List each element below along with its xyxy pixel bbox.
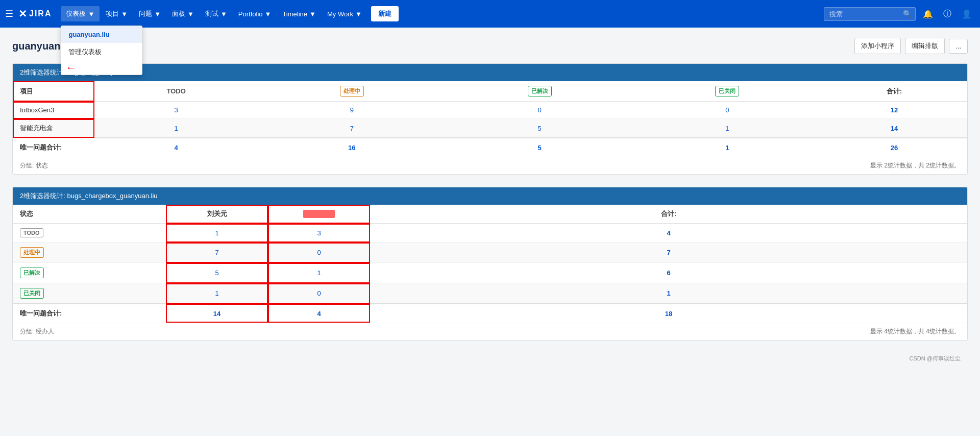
col-todo-header: TODO — [94, 81, 258, 102]
widget-1-header: 2维筛选器统计: bugs_all_guanyuan.liu — [13, 64, 967, 81]
chevron-down-icon: ▼ — [88, 10, 94, 18]
chevron-down-icon: ▼ — [121, 10, 128, 18]
processing-liuguanyuan: 7 — [166, 243, 268, 263]
more-options-button[interactable]: ... — [949, 39, 968, 54]
iotbox-total: 12 — [821, 102, 967, 119]
widget-2-header-row: 状态 刘关元 ██████ 合计: — [13, 205, 967, 224]
status-todo: TODO — [13, 224, 166, 243]
iotbox-closed: 0 — [633, 102, 821, 119]
widget-2-header: 2维筛选器统计: bugs_chargebox_guanyuan.liu — [13, 187, 967, 205]
table-row: 已关闭 1 0 1 — [13, 283, 967, 304]
navbar: ☰ ✕ JIRA 仪表板 ▼ guanyuan.liu 管理仪表板 ← 项目 ▼… — [0, 0, 980, 28]
navbar-item-timeline[interactable]: Timeline ▼ — [277, 7, 321, 21]
chargebox-resolved: 5 — [446, 119, 633, 138]
help-icon[interactable]: ⓘ — [940, 7, 954, 21]
dashboard-menu[interactable]: 仪表板 ▼ guanyuan.liu 管理仪表板 ← — [61, 6, 100, 21]
total-total: 26 — [821, 138, 967, 157]
red-arrow-indicator: ← — [65, 61, 77, 75]
chargebox-todo: 1 — [94, 119, 258, 138]
status-closed: 已关闭 — [13, 283, 166, 304]
resolved-redacted: 1 — [268, 263, 370, 283]
col-processing-header: 处理中 — [258, 81, 446, 102]
col-project-header: 项目 — [13, 81, 94, 102]
col-status-header: 状态 — [13, 205, 166, 224]
processing-redacted: 0 — [268, 243, 370, 263]
widget-1-total-row: 唯一问题合计: 4 16 5 1 26 — [13, 138, 967, 157]
resolved-liuguanyuan: 5 — [166, 263, 268, 283]
navbar-right: 🔍 🔔 ⓘ 👤 — [824, 7, 975, 21]
total-liuguanyuan: 14 — [166, 304, 268, 323]
navbar-item-portfolio[interactable]: Portfolio ▼ — [233, 7, 277, 21]
user-avatar[interactable]: 👤 — [959, 7, 975, 21]
chevron-down-icon: ▼ — [265, 10, 272, 18]
navbar-items: 仪表板 ▼ guanyuan.liu 管理仪表板 ← 项目 ▼ 问题 ▼ 面板 … — [61, 6, 824, 21]
watermark: CSDN @何事误红尘 — [12, 353, 968, 366]
widget-2-group-label: 分组: 经办人 — [20, 327, 54, 336]
widget-2-total-row: 唯一问题合计: 14 4 18 — [13, 304, 967, 323]
navbar-item-test[interactable]: 测试 ▼ — [200, 6, 232, 21]
closed-redacted: 0 — [268, 283, 370, 304]
dropdown-item-manage[interactable]: 管理仪表板 — [61, 43, 142, 61]
iotbox-processing: 9 — [258, 102, 446, 119]
col-resolved-header: 已解决 — [446, 81, 633, 102]
navbar-item-dashboard[interactable]: 仪表板 ▼ — [61, 6, 100, 21]
chevron-down-icon: ▼ — [187, 10, 194, 18]
chargebox-total: 14 — [821, 119, 967, 138]
chargebox-closed: 1 — [633, 119, 821, 138]
dropdown-item-guanyuan[interactable]: guanyuan.liu — [61, 26, 142, 43]
resolved-total: 6 — [370, 263, 967, 283]
page-content: guanyuan 添加小程序 编辑排版 ... 2维筛选器统计: bugs_al… — [0, 28, 980, 376]
navbar-item-issue[interactable]: 问题 ▼ — [134, 6, 166, 21]
todo-total: 4 — [370, 224, 967, 243]
total-total-2: 18 — [370, 304, 967, 323]
table-row: 智能充电盒 1 7 5 1 14 — [13, 119, 967, 138]
status-resolved: 已解决 — [13, 263, 166, 283]
total-todo: 4 — [94, 138, 258, 157]
x-icon: ✕ — [18, 8, 28, 20]
todo-redacted: 3 — [268, 224, 370, 243]
search-icon: 🔍 — [903, 10, 912, 18]
total-redacted: 4 — [268, 304, 370, 323]
jira-text: JIRA — [29, 9, 52, 18]
navbar-item-project[interactable]: 项目 ▼ — [101, 6, 133, 21]
widget-1-group-label: 分组: 状态 — [20, 161, 48, 170]
todo-liuguanyuan: 1 — [166, 224, 268, 243]
widget-2-table: 状态 刘关元 ██████ 合计: TODO — [13, 205, 967, 323]
status-processing: 处理中 — [13, 243, 166, 263]
widget-1-footer: 分组: 状态 显示 2统计数据，共 2统计数据。 — [13, 157, 967, 174]
chevron-down-icon: ▼ — [355, 10, 362, 18]
new-issue-button[interactable]: 新建 — [371, 6, 399, 21]
closed-liuguanyuan: 1 — [166, 283, 268, 304]
col-liuguanyuan-header: 刘关元 — [166, 205, 268, 224]
total-processing: 16 — [258, 138, 446, 157]
project-chargebox: 智能充电盒 — [13, 119, 94, 138]
chevron-down-icon: ▼ — [154, 10, 161, 18]
page-header: guanyuan 添加小程序 编辑排版 ... — [12, 38, 968, 54]
col-closed-header: 已关闭 — [633, 81, 821, 102]
chargebox-processing: 7 — [258, 119, 446, 138]
chevron-down-icon: ▼ — [220, 10, 227, 18]
search-input[interactable] — [824, 7, 916, 21]
total-label-2: 唯一问题合计: — [13, 304, 166, 323]
notification-icon[interactable]: 🔔 — [920, 7, 936, 21]
table-row: IotboxGen3 3 9 0 0 12 — [13, 102, 967, 119]
page-actions: 添加小程序 编辑排版 ... — [854, 38, 968, 54]
widget-2: 2维筛选器统计: bugs_chargebox_guanyuan.liu 状态 … — [12, 187, 968, 341]
table-row: 已解决 5 1 6 — [13, 263, 967, 283]
closed-total: 1 — [370, 283, 967, 304]
navbar-item-mywork[interactable]: My Work ▼ — [322, 7, 367, 21]
col-redacted-header: ██████ — [268, 205, 370, 224]
add-widget-button[interactable]: 添加小程序 — [854, 38, 901, 54]
chevron-down-icon: ▼ — [309, 10, 316, 18]
processing-total: 7 — [370, 243, 967, 263]
widget-2-footer: 分组: 经办人 显示 4统计数据，共 4统计数据。 — [13, 323, 967, 340]
iotbox-todo: 3 — [94, 102, 258, 119]
col-total-header: 合计: — [821, 81, 967, 102]
edit-layout-button[interactable]: 编辑排版 — [905, 38, 945, 54]
widget-1: 2维筛选器统计: bugs_all_guanyuan.liu 项目 TODO 处… — [12, 63, 968, 175]
total-closed: 1 — [633, 138, 821, 157]
col-total-header-2: 合计: — [370, 205, 967, 224]
hamburger-icon[interactable]: ☰ — [5, 8, 13, 19]
navbar-item-board[interactable]: 面板 ▼ — [167, 6, 199, 21]
table-row: 处理中 7 0 7 — [13, 243, 967, 263]
